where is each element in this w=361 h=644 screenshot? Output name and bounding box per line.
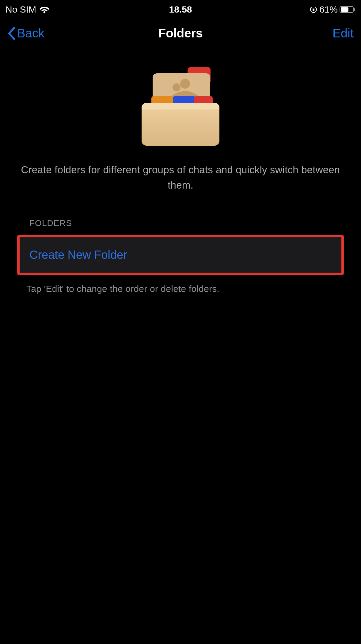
battery-percent: 61% xyxy=(319,4,338,15)
edit-button[interactable]: Edit xyxy=(332,26,354,40)
orientation-lock-icon xyxy=(310,6,317,13)
carrier-label: No SIM xyxy=(6,4,36,15)
nav-bar: Back Folders Edit xyxy=(0,18,361,47)
folders-illustration-icon xyxy=(139,62,222,148)
page-title: Folders xyxy=(158,26,203,40)
wifi-icon xyxy=(39,6,50,13)
back-label: Back xyxy=(17,26,44,40)
back-button[interactable]: Back xyxy=(7,26,44,40)
highlight-annotation: Create New Folder xyxy=(17,235,344,275)
hero-description: Create folders for different groups of c… xyxy=(0,162,361,193)
status-bar: No SIM 18.58 61% xyxy=(0,0,361,18)
section-header-folders: FOLDERS xyxy=(0,218,361,235)
svg-point-6 xyxy=(180,79,190,89)
hero-section: Create folders for different groups of c… xyxy=(0,62,361,193)
chevron-left-icon xyxy=(7,27,16,40)
svg-rect-4 xyxy=(341,7,348,12)
create-new-folder-label: Create New Folder xyxy=(29,248,127,261)
status-time: 18.58 xyxy=(169,4,192,15)
folders-section: FOLDERS Create New Folder Tap 'Edit' to … xyxy=(0,218,361,294)
svg-rect-5 xyxy=(354,8,355,11)
svg-point-7 xyxy=(173,83,180,91)
create-new-folder-button[interactable]: Create New Folder xyxy=(20,237,341,273)
battery-icon xyxy=(340,6,355,13)
section-footer-hint: Tap 'Edit' to change the order or delete… xyxy=(0,275,361,294)
svg-point-0 xyxy=(44,11,45,13)
